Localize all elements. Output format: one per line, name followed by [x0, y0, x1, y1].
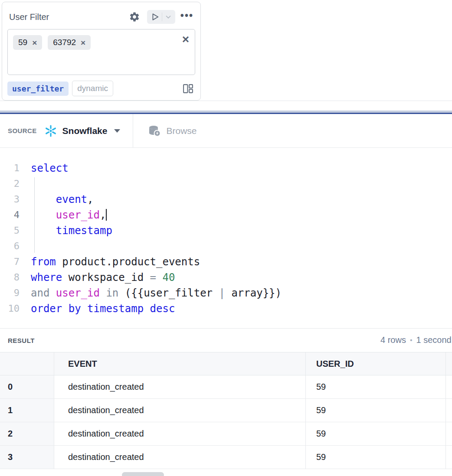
line-number: 10 — [0, 301, 20, 316]
snowflake-icon — [44, 124, 57, 137]
cell-cut — [446, 375, 452, 398]
code-line: 4 user_id, — [0, 207, 452, 223]
filter-tag[interactable]: 59 × — [13, 35, 42, 50]
database-browse-icon — [148, 125, 161, 137]
code-line: 1 select — [0, 160, 452, 176]
table-row: 0 destination_created 59 — [0, 375, 452, 399]
line-number: 8 — [0, 270, 20, 285]
cell-user-id: 59 — [306, 422, 446, 445]
run-split-button — [147, 10, 175, 24]
widget-title: User Filter — [9, 12, 129, 22]
cell-cut — [446, 446, 452, 469]
row-index: 1 — [0, 399, 54, 422]
text-cursor — [106, 209, 107, 221]
code-line: 2 — [0, 176, 452, 192]
caret-down-icon — [114, 129, 121, 133]
remove-tag-icon[interactable]: × — [32, 39, 37, 47]
source-row: SOURCE Snowflake Browse — [0, 114, 452, 148]
line-number: 9 — [0, 285, 20, 301]
query-duration: 1 second — [416, 335, 452, 345]
indent-guide — [34, 177, 35, 253]
source-row-divider — [133, 114, 133, 147]
code-line: 9 and user_id in ({{user_filter | array}… — [0, 285, 452, 301]
column-header-cut — [446, 352, 452, 375]
cell-cut — [446, 422, 452, 445]
code-line: 5 timestamp — [0, 223, 452, 238]
line-number: 3 — [0, 192, 20, 207]
cell-user-id: 59 — [306, 399, 446, 422]
result-bar: RESULT 4 rows • 1 second — [0, 328, 452, 352]
run-options-button[interactable] — [164, 13, 172, 21]
chevron-down-icon — [164, 13, 172, 21]
code-line: 8 where workspace_id = 40 — [0, 270, 452, 285]
filter-tag-value: 59 — [18, 38, 27, 47]
result-label: RESULT — [8, 337, 35, 344]
source-dropdown-caret[interactable] — [114, 129, 121, 133]
line-number: 5 — [0, 223, 20, 238]
run-button[interactable] — [150, 12, 160, 22]
row-index: 0 — [0, 375, 54, 398]
ellipsis-icon: ••• — [180, 11, 193, 23]
user-filter-widget: User Filter ••• 59 × — [2, 2, 201, 101]
result-meta: 4 rows • 1 second — [380, 335, 452, 345]
row-index: 3 — [0, 446, 54, 469]
result-table: EVENT USER_ID 0 destination_created 59 1… — [0, 352, 452, 469]
filter-tag-value: 63792 — [53, 38, 76, 47]
sql-editor[interactable]: 1 select 2 3 event, 4 user_id, 5 timesta… — [0, 148, 452, 328]
variable-name-pill[interactable]: user_filter — [7, 82, 69, 96]
code-line: 7 from product.product_events — [0, 254, 452, 270]
code-line: 3 event, — [0, 192, 452, 207]
code-line: 10 order by timestamp desc — [0, 301, 452, 316]
cell-event: destination_created — [54, 375, 306, 398]
cell-user-id: 59 — [306, 375, 446, 398]
table-header-row: EVENT USER_ID — [0, 352, 452, 375]
cell-event: destination_created — [54, 446, 306, 469]
line-number: 6 — [0, 238, 20, 254]
line-number: 7 — [0, 254, 20, 270]
widget-header: User Filter ••• — [7, 7, 195, 26]
layout-icon — [183, 83, 193, 94]
gear-icon — [129, 11, 140, 23]
dynamic-badge: dynamic — [72, 81, 113, 96]
more-options-button[interactable]: ••• — [180, 11, 193, 23]
browse-label: Browse — [166, 126, 197, 136]
settings-button[interactable] — [129, 11, 140, 23]
line-number: 2 — [0, 176, 20, 192]
play-icon — [150, 12, 160, 22]
cell-user-id: 59 — [306, 446, 446, 469]
remove-tag-icon[interactable]: × — [81, 39, 85, 47]
source-label: SOURCE — [8, 127, 37, 134]
column-header-user-id[interactable]: USER_ID — [306, 352, 446, 375]
section-divider — [0, 101, 452, 101]
column-header-event[interactable]: EVENT — [54, 352, 306, 375]
line-number: 1 — [0, 160, 20, 176]
table-row: 3 destination_created 59 — [0, 446, 452, 469]
row-count: 4 rows — [380, 335, 406, 345]
meta-separator-dot: • — [410, 336, 413, 344]
run-button-divider — [162, 13, 162, 21]
source-name[interactable]: Snowflake — [62, 126, 108, 136]
row-index: 2 — [0, 422, 54, 445]
widget-footer: user_filter dynamic — [7, 81, 195, 96]
browse-button[interactable]: Browse — [148, 125, 197, 137]
line-number: 4 — [0, 207, 20, 223]
layout-button[interactable] — [183, 83, 193, 94]
code-line: 6 — [0, 238, 452, 254]
horizontal-scrollbar-thumb[interactable] — [122, 472, 164, 476]
clear-input-icon[interactable]: × — [182, 33, 189, 46]
cell-event: destination_created — [54, 399, 306, 422]
table-row: 1 destination_created 59 — [0, 399, 452, 422]
table-row: 2 destination_created 59 — [0, 422, 452, 446]
multi-value-input[interactable]: 59 × 63792 × × — [7, 29, 195, 75]
cell-event: destination_created — [54, 422, 306, 445]
filter-tag[interactable]: 63792 × — [48, 35, 91, 50]
index-column-header — [0, 352, 54, 375]
cell-cut — [446, 399, 452, 422]
